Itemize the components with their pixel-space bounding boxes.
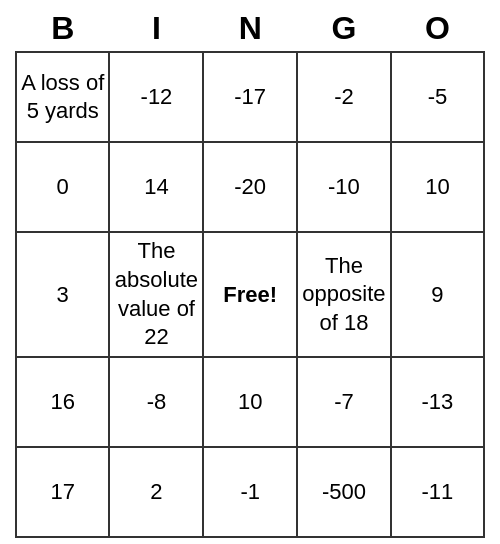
cell-r4-c3: -500 xyxy=(297,447,391,537)
cell-r0-c4: -5 xyxy=(391,52,484,142)
cell-r4-c0: 17 xyxy=(16,447,109,537)
cell-r2-c1: The absolute value of 22 xyxy=(109,232,203,356)
cell-r3-c2: 10 xyxy=(203,357,296,447)
cell-r1-c2: -20 xyxy=(203,142,296,232)
cell-r4-c1: 2 xyxy=(109,447,203,537)
cell-r1-c1: 14 xyxy=(109,142,203,232)
cell-r0-c3: -2 xyxy=(297,52,391,142)
cell-r1-c3: -10 xyxy=(297,142,391,232)
cell-r0-c1: -12 xyxy=(109,52,203,142)
bingo-header-b: B xyxy=(16,6,109,52)
cell-r1-c4: 10 xyxy=(391,142,484,232)
cell-r0-c0: A loss of 5 yards xyxy=(16,52,109,142)
cell-r3-c4: -13 xyxy=(391,357,484,447)
bingo-header-n: N xyxy=(203,6,296,52)
cell-r2-c3: The opposite of 18 xyxy=(297,232,391,356)
cell-r4-c4: -11 xyxy=(391,447,484,537)
bingo-header-g: G xyxy=(297,6,391,52)
cell-r2-c0: 3 xyxy=(16,232,109,356)
cell-r3-c0: 16 xyxy=(16,357,109,447)
cell-r3-c1: -8 xyxy=(109,357,203,447)
cell-r3-c3: -7 xyxy=(297,357,391,447)
bingo-header-i: I xyxy=(109,6,203,52)
cell-r4-c2: -1 xyxy=(203,447,296,537)
cell-r2-c4: 9 xyxy=(391,232,484,356)
bingo-card: BINGO A loss of 5 yards-12-17-2-5014-20-… xyxy=(15,6,485,537)
bingo-header-o: O xyxy=(391,6,484,52)
cell-r1-c0: 0 xyxy=(16,142,109,232)
cell-r2-c2: Free! xyxy=(203,232,296,356)
cell-r0-c2: -17 xyxy=(203,52,296,142)
